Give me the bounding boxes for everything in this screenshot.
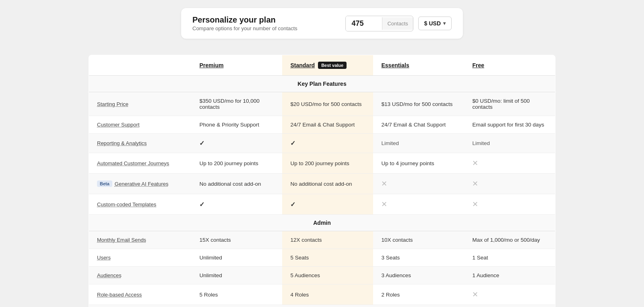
admin-header-cell: Admin (89, 215, 555, 231)
plan-header-row: Premium Standard Best value Essentials F… (89, 55, 555, 76)
currency-label: $ USD (424, 20, 441, 27)
essentials-customer-support: 24/7 Email & Chat Support (373, 116, 464, 134)
contacts-input-wrap[interactable]: Contacts (345, 16, 413, 31)
essentials-label: Essentials (381, 62, 409, 68)
standard-label: Standard (290, 62, 315, 68)
feature-audiences: Audiences (89, 267, 192, 284)
contacts-label: Contacts (382, 17, 413, 30)
free-label: Free (472, 62, 484, 68)
essentials-ai-cross: ✕ (381, 180, 387, 188)
premium-ai: No additional cost add-on (191, 174, 282, 194)
templates-link[interactable]: Custom-coded Templates (97, 201, 156, 207)
premium-label: Premium (199, 62, 223, 68)
audiences-link[interactable]: Audiences (97, 272, 122, 278)
table-row: Custom-coded Templates ✓ ✓ ✕ ✕ (89, 194, 555, 215)
standard-starting-price: $20 USD/mo for 500 contacts (282, 92, 373, 116)
contacts-input[interactable] (346, 16, 382, 31)
free-customer-support: Email support for first 30 days (464, 116, 555, 134)
standard-reporting-check: ✓ (290, 140, 295, 147)
journeys-link[interactable]: Automated Customer Journeys (97, 160, 169, 166)
premium-email-sends: 15X contacts (191, 231, 282, 249)
table-row: Automated Customer Journeys Up to 200 jo… (89, 153, 555, 174)
premium-audiences: Unlimited (191, 267, 282, 284)
free-reporting: Limited (464, 134, 555, 153)
section-key-plan-header: Key Plan Features (89, 76, 555, 92)
th-essentials[interactable]: Essentials (373, 55, 464, 76)
standard-ai: No additional cost add-on (282, 174, 373, 194)
standard-email-sends: 12X contacts (282, 231, 373, 249)
essentials-audiences: 3 Audiences (373, 267, 464, 284)
essentials-ai: ✕ (373, 174, 464, 194)
standard-templates-check: ✓ (290, 201, 295, 208)
essentials-roles: 2 Roles (373, 284, 464, 305)
standard-reporting: ✓ (282, 134, 373, 153)
premium-journeys: Up to 200 journey points (191, 153, 282, 174)
premium-starting-price: $350 USD/mo for 10,000 contacts (191, 92, 282, 116)
essentials-starting-price: $13 USD/mo for 500 contacts (373, 92, 464, 116)
ai-feature-with-beta: Beta Generative AI Features (97, 180, 183, 187)
table-row: Beta Generative AI Features No additiona… (89, 174, 555, 194)
feature-ai: Beta Generative AI Features (89, 174, 192, 194)
key-plan-header-cell: Key Plan Features (89, 76, 555, 92)
users-link[interactable]: Users (97, 255, 111, 261)
email-sends-link[interactable]: Monthly Email Sends (97, 237, 146, 243)
th-standard[interactable]: Standard Best value (282, 55, 373, 76)
essentials-users: 3 Seats (373, 249, 464, 267)
premium-templates-check: ✓ (199, 201, 204, 208)
section-email-marketing-header: Email Marketing & Segmentation (89, 305, 555, 307)
premium-reporting: ✓ (191, 134, 282, 153)
essentials-email-sends: 10X contacts (373, 231, 464, 249)
free-templates: ✕ (464, 194, 555, 215)
free-journeys: ✕ (464, 153, 555, 174)
feature-roles: Role-based Access (89, 284, 192, 305)
premium-reporting-check: ✓ (199, 140, 204, 147)
feature-users: Users (89, 249, 192, 267)
plan-bar-subtitle: Compare options for your number of conta… (192, 25, 297, 31)
premium-templates: ✓ (191, 194, 282, 215)
essentials-reporting: Limited (373, 134, 464, 153)
feature-email-sends: Monthly Email Sends (89, 231, 192, 249)
free-ai-cross: ✕ (472, 180, 478, 188)
free-templates-cross: ✕ (472, 200, 478, 208)
feature-starting-price: Starting Price (89, 92, 192, 116)
standard-header-content: Standard Best value (290, 62, 365, 69)
chevron-down-icon: ▾ (443, 21, 446, 26)
th-free[interactable]: Free (464, 55, 555, 76)
starting-price-link[interactable]: Starting Price (97, 101, 128, 107)
roles-link[interactable]: Role-based Access (97, 292, 142, 298)
essentials-journeys: Up to 4 journey points (373, 153, 464, 174)
email-marketing-header-cell: Email Marketing & Segmentation (89, 305, 555, 307)
free-audiences: 1 Audience (464, 267, 555, 284)
feature-templates: Custom-coded Templates (89, 194, 192, 215)
premium-roles: 5 Roles (191, 284, 282, 305)
feature-reporting: Reporting & Analytics (89, 134, 192, 153)
free-roles-cross: ✕ (472, 290, 478, 299)
th-premium[interactable]: Premium (191, 55, 282, 76)
personalize-plan-bar: Personalize your plan Compare options fo… (181, 8, 463, 39)
free-reporting-limited: Limited (472, 140, 490, 146)
beta-badge: Beta (97, 180, 112, 187)
section-admin-header: Admin (89, 215, 555, 231)
free-starting-price: $0 USD/mo: limit of 500 contacts (464, 92, 555, 116)
standard-templates: ✓ (282, 194, 373, 215)
reporting-link[interactable]: Reporting & Analytics (97, 140, 147, 146)
table-row: Customer Support Phone & Priority Suppor… (89, 116, 555, 134)
plan-table: Premium Standard Best value Essentials F… (89, 55, 555, 307)
free-roles: ✕ (464, 284, 555, 305)
free-email-sends: Max of 1,000/mo or 500/day (464, 231, 555, 249)
plan-bar-text: Personalize your plan Compare options fo… (192, 15, 297, 31)
table-row: Monthly Email Sends 15X contacts 12X con… (89, 231, 555, 249)
free-journeys-cross: ✕ (472, 159, 478, 167)
plan-comparison-container: Premium Standard Best value Essentials F… (80, 55, 564, 307)
plan-bar-controls: Contacts $ USD ▾ (345, 16, 452, 31)
ai-link[interactable]: Generative AI Features (115, 181, 169, 187)
currency-selector[interactable]: $ USD ▾ (418, 17, 452, 30)
customer-support-link[interactable]: Customer Support (97, 122, 140, 128)
standard-audiences: 5 Audiences (282, 267, 373, 284)
feature-customer-support: Customer Support (89, 116, 192, 134)
th-empty (89, 55, 192, 76)
essentials-templates-cross: ✕ (381, 200, 387, 208)
standard-customer-support: 24/7 Email & Chat Support (282, 116, 373, 134)
feature-journeys: Automated Customer Journeys (89, 153, 192, 174)
premium-users: Unlimited (191, 249, 282, 267)
